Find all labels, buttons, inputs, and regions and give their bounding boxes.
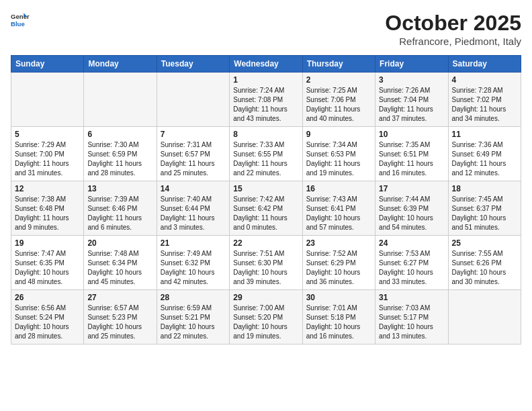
day-number: 29 — [233, 293, 298, 302]
day-number: 15 — [233, 184, 298, 193]
day-header-tuesday: Tuesday — [157, 56, 229, 73]
day-number: 9 — [306, 130, 371, 139]
day-info: Sunrise: 7:00 AM Sunset: 5:20 PM Dayligh… — [233, 304, 298, 341]
day-number: 16 — [306, 184, 371, 193]
calendar-cell — [448, 290, 521, 345]
day-number: 5 — [15, 130, 80, 139]
day-info: Sunrise: 7:26 AM Sunset: 7:04 PM Dayligh… — [379, 86, 444, 124]
calendar-cell: 8Sunrise: 7:33 AM Sunset: 6:55 PM Daylig… — [230, 127, 302, 181]
calendar-cell: 6Sunrise: 7:30 AM Sunset: 6:59 PM Daylig… — [84, 127, 157, 181]
calendar-cell: 20Sunrise: 7:48 AM Sunset: 6:34 PM Dayli… — [84, 236, 157, 290]
calendar-cell — [157, 73, 229, 127]
day-header-thursday: Thursday — [302, 56, 375, 73]
calendar-cell: 5Sunrise: 7:29 AM Sunset: 7:00 PM Daylig… — [11, 127, 84, 181]
day-number: 26 — [15, 293, 80, 302]
day-number: 4 — [452, 75, 517, 85]
day-info: Sunrise: 7:24 AM Sunset: 7:08 PM Dayligh… — [233, 86, 298, 124]
day-info: Sunrise: 6:56 AM Sunset: 5:24 PM Dayligh… — [15, 304, 80, 341]
calendar-cell: 25Sunrise: 7:55 AM Sunset: 6:26 PM Dayli… — [448, 236, 521, 290]
calendar-cell: 26Sunrise: 6:56 AM Sunset: 5:24 PM Dayli… — [11, 290, 84, 345]
calendar-cell: 12Sunrise: 7:38 AM Sunset: 6:48 PM Dayli… — [11, 181, 84, 236]
month-title: October 2025 — [385, 11, 521, 36]
calendar-cell: 11Sunrise: 7:36 AM Sunset: 6:49 PM Dayli… — [448, 127, 521, 181]
day-info: Sunrise: 7:31 AM Sunset: 6:57 PM Dayligh… — [161, 140, 226, 178]
calendar-cell: 31Sunrise: 7:03 AM Sunset: 5:17 PM Dayli… — [375, 290, 448, 345]
calendar-cell: 28Sunrise: 6:59 AM Sunset: 5:21 PM Dayli… — [157, 290, 229, 345]
calendar-cell: 27Sunrise: 6:57 AM Sunset: 5:23 PM Dayli… — [84, 290, 157, 345]
day-number: 25 — [452, 238, 517, 248]
calendar-cell — [84, 73, 157, 127]
day-header-friday: Friday — [375, 56, 448, 73]
calendar-cell: 21Sunrise: 7:49 AM Sunset: 6:32 PM Dayli… — [157, 236, 229, 290]
day-number: 19 — [15, 238, 80, 248]
day-info: Sunrise: 7:48 AM Sunset: 6:34 PM Dayligh… — [87, 249, 152, 287]
week-row-4: 19Sunrise: 7:47 AM Sunset: 6:35 PM Dayli… — [11, 236, 521, 290]
day-info: Sunrise: 7:29 AM Sunset: 7:00 PM Dayligh… — [15, 140, 80, 178]
calendar-cell: 23Sunrise: 7:52 AM Sunset: 6:29 PM Dayli… — [302, 236, 375, 290]
svg-text:Blue: Blue — [11, 20, 25, 28]
calendar-cell: 1Sunrise: 7:24 AM Sunset: 7:08 PM Daylig… — [230, 73, 302, 127]
day-number: 27 — [87, 293, 152, 302]
day-info: Sunrise: 7:25 AM Sunset: 7:06 PM Dayligh… — [306, 86, 371, 124]
day-number: 17 — [379, 184, 444, 193]
header-row: SundayMondayTuesdayWednesdayThursdayFrid… — [11, 56, 521, 73]
day-header-monday: Monday — [84, 56, 157, 73]
day-info: Sunrise: 7:03 AM Sunset: 5:17 PM Dayligh… — [379, 304, 444, 341]
calendar-cell: 18Sunrise: 7:45 AM Sunset: 6:37 PM Dayli… — [448, 181, 521, 236]
calendar-cell: 22Sunrise: 7:51 AM Sunset: 6:30 PM Dayli… — [230, 236, 302, 290]
day-info: Sunrise: 7:42 AM Sunset: 6:42 PM Dayligh… — [233, 195, 298, 232]
day-info: Sunrise: 7:39 AM Sunset: 6:46 PM Dayligh… — [87, 195, 152, 232]
calendar-cell: 3Sunrise: 7:26 AM Sunset: 7:04 PM Daylig… — [375, 73, 448, 127]
calendar-cell: 4Sunrise: 7:28 AM Sunset: 7:02 PM Daylig… — [448, 73, 521, 127]
location: Refrancore, Piedmont, Italy — [385, 36, 521, 47]
calendar-cell: 24Sunrise: 7:53 AM Sunset: 6:27 PM Dayli… — [375, 236, 448, 290]
week-row-2: 5Sunrise: 7:29 AM Sunset: 7:00 PM Daylig… — [11, 127, 521, 181]
day-info: Sunrise: 7:44 AM Sunset: 6:39 PM Dayligh… — [379, 195, 444, 232]
day-number: 22 — [233, 238, 298, 248]
calendar-cell: 15Sunrise: 7:42 AM Sunset: 6:42 PM Dayli… — [230, 181, 302, 236]
week-row-3: 12Sunrise: 7:38 AM Sunset: 6:48 PM Dayli… — [11, 181, 521, 236]
day-number: 10 — [379, 130, 444, 139]
day-number: 14 — [161, 184, 226, 193]
day-info: Sunrise: 7:36 AM Sunset: 6:49 PM Dayligh… — [452, 140, 517, 178]
day-number: 31 — [379, 293, 444, 302]
calendar-cell: 9Sunrise: 7:34 AM Sunset: 6:53 PM Daylig… — [302, 127, 375, 181]
day-number: 13 — [87, 184, 152, 193]
day-number: 21 — [161, 238, 226, 248]
day-number: 18 — [452, 184, 517, 193]
week-row-1: 1Sunrise: 7:24 AM Sunset: 7:08 PM Daylig… — [11, 73, 521, 127]
day-header-saturday: Saturday — [448, 56, 521, 73]
day-info: Sunrise: 7:35 AM Sunset: 6:51 PM Dayligh… — [379, 140, 444, 178]
calendar-cell: 16Sunrise: 7:43 AM Sunset: 6:41 PM Dayli… — [302, 181, 375, 236]
day-number: 12 — [15, 184, 80, 193]
day-number: 7 — [161, 130, 226, 139]
day-number: 3 — [379, 75, 444, 85]
day-info: Sunrise: 7:49 AM Sunset: 6:32 PM Dayligh… — [161, 249, 226, 287]
day-number: 2 — [306, 75, 371, 85]
calendar-cell: 7Sunrise: 7:31 AM Sunset: 6:57 PM Daylig… — [157, 127, 229, 181]
logo-icon: General Blue — [11, 11, 30, 30]
day-info: Sunrise: 7:43 AM Sunset: 6:41 PM Dayligh… — [306, 195, 371, 232]
day-info: Sunrise: 7:53 AM Sunset: 6:27 PM Dayligh… — [379, 249, 444, 287]
day-number: 30 — [306, 293, 371, 302]
calendar-cell — [11, 73, 84, 127]
day-info: Sunrise: 7:33 AM Sunset: 6:55 PM Dayligh… — [233, 140, 298, 178]
day-number: 20 — [87, 238, 152, 248]
page-header: General Blue October 2025 Refrancore, Pi… — [11, 11, 521, 47]
calendar-cell: 13Sunrise: 7:39 AM Sunset: 6:46 PM Dayli… — [84, 181, 157, 236]
day-info: Sunrise: 7:38 AM Sunset: 6:48 PM Dayligh… — [15, 195, 80, 232]
day-info: Sunrise: 7:51 AM Sunset: 6:30 PM Dayligh… — [233, 249, 298, 287]
day-info: Sunrise: 7:34 AM Sunset: 6:53 PM Dayligh… — [306, 140, 371, 178]
logo: General Blue — [11, 11, 30, 30]
week-row-5: 26Sunrise: 6:56 AM Sunset: 5:24 PM Dayli… — [11, 290, 521, 345]
day-info: Sunrise: 7:45 AM Sunset: 6:37 PM Dayligh… — [452, 195, 517, 232]
day-info: Sunrise: 7:01 AM Sunset: 5:18 PM Dayligh… — [306, 304, 371, 341]
calendar-cell: 2Sunrise: 7:25 AM Sunset: 7:06 PM Daylig… — [302, 73, 375, 127]
day-info: Sunrise: 6:59 AM Sunset: 5:21 PM Dayligh… — [161, 304, 226, 341]
day-info: Sunrise: 7:30 AM Sunset: 6:59 PM Dayligh… — [87, 140, 152, 178]
calendar-table: SundayMondayTuesdayWednesdayThursdayFrid… — [11, 55, 521, 345]
day-info: Sunrise: 7:52 AM Sunset: 6:29 PM Dayligh… — [306, 249, 371, 287]
day-info: Sunrise: 7:40 AM Sunset: 6:44 PM Dayligh… — [161, 195, 226, 232]
day-number: 8 — [233, 130, 298, 139]
day-number: 11 — [452, 130, 517, 139]
